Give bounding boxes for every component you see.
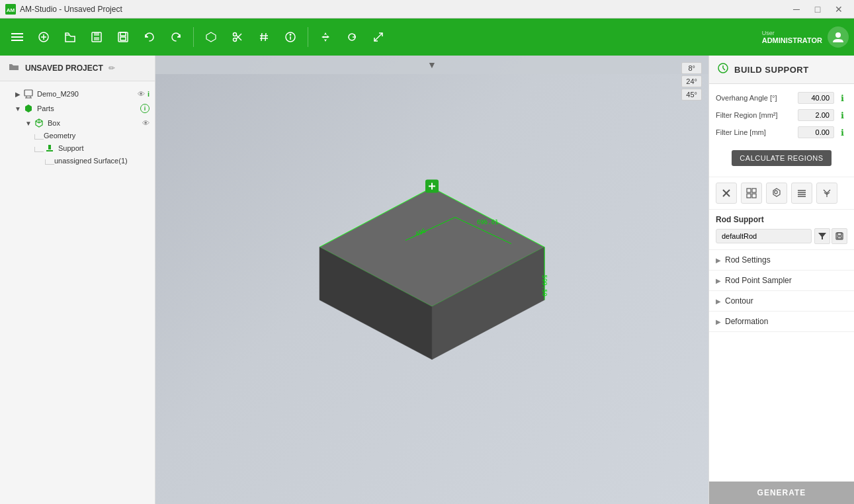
toolbar: User ADMINISTRATOR [0, 19, 854, 56]
rod-support-dropdown[interactable]: defaultRod [716, 229, 812, 243]
rod-settings-header[interactable]: ▶ Rod Settings [709, 250, 854, 270]
scissors-button[interactable] [226, 25, 249, 49]
angle-indicators: 8° 24° 45° [681, 62, 702, 101]
info-button[interactable] [278, 25, 302, 49]
tree-item-box[interactable]: ▼ Box 👁 [0, 116, 155, 130]
viewport-topbar: ▼ [155, 56, 708, 74]
svg-line-53 [723, 68, 725, 70]
contour-header[interactable]: ▶ Contour [709, 291, 854, 311]
tree-support-button[interactable] [816, 183, 837, 204]
new-button[interactable] [32, 25, 56, 49]
redo-button[interactable] [164, 25, 188, 49]
app-title: AM-Studio - Unsaved Project [20, 5, 122, 14]
build-support-icon [717, 62, 729, 77]
tree-expand-parts[interactable]: ▼ [13, 104, 22, 113]
svg-rect-12 [120, 32, 126, 36]
tree-item-unassigned[interactable]: unassigned Surface(1) [0, 155, 155, 166]
tree-expand-box[interactable]: ▼ [24, 118, 33, 128]
hex-support-button[interactable] [766, 183, 787, 204]
svg-text:AM: AM [7, 7, 15, 13]
box-label: Box [48, 119, 60, 127]
geometry-label: Geometry [44, 132, 75, 140]
user-info: User ADMINISTRATOR [762, 26, 849, 48]
hashtag-button[interactable] [252, 25, 276, 49]
svg-rect-56 [747, 189, 751, 192]
line-support-button[interactable] [791, 183, 812, 204]
svg-rect-13 [120, 37, 126, 40]
maximize-button[interactable]: □ [808, 3, 828, 16]
move-button[interactable] [314, 25, 337, 49]
scale-button[interactable] [366, 25, 390, 49]
filter-line-input[interactable] [798, 126, 834, 138]
3d-button[interactable] [199, 25, 223, 49]
tree-expand-demo[interactable]: ▶ [13, 89, 22, 99]
svg-rect-74 [837, 237, 841, 239]
minimize-button[interactable]: ─ [787, 3, 806, 16]
close-button[interactable]: ✕ [829, 3, 849, 16]
user-name: ADMINISTRATOR [762, 36, 822, 44]
info-icon-parts[interactable]: i [140, 104, 149, 113]
save-button[interactable] [85, 25, 108, 49]
viewport-arrow[interactable]: ▼ [427, 60, 437, 70]
svg-line-67 [824, 190, 827, 193]
parts-label: Parts [37, 105, 54, 112]
3d-model: 496 696.61 599.50 [300, 175, 564, 366]
rod-point-sampler-section: ▶ Rod Point Sampler [709, 271, 854, 291]
rod-settings-section: ▶ Rod Settings [709, 250, 854, 271]
svg-rect-4 [11, 40, 23, 41]
menu-button[interactable] [5, 25, 29, 49]
svg-marker-71 [818, 233, 826, 239]
monitor-icon [22, 88, 34, 100]
right-panel-spacer [709, 332, 854, 482]
eye-icon-demo[interactable]: 👁 [138, 90, 145, 98]
main-layout: UNSAVED PROJECT ✏ ▶ Demo_M290 👁 i [0, 56, 854, 504]
eye-icon-box[interactable]: 👁 [142, 119, 149, 127]
rod-point-sampler-header[interactable]: ▶ Rod Point Sampler [709, 271, 854, 290]
save-profile-button[interactable] [832, 228, 847, 244]
grid-support-button[interactable] [741, 183, 762, 204]
angle-45-button[interactable]: 45° [681, 89, 702, 101]
svg-marker-14 [206, 32, 216, 42]
svg-line-20 [265, 33, 266, 41]
filter-region-input[interactable] [798, 109, 834, 121]
panel-header: BUILD SUPPORT [709, 56, 854, 84]
viewport[interactable]: ▼ 496 696.61 [155, 56, 708, 504]
save-as-button[interactable] [111, 25, 135, 49]
svg-rect-58 [747, 194, 751, 198]
rotate-button[interactable] [340, 25, 364, 49]
undo-button[interactable] [138, 25, 161, 49]
tree-item-geometry[interactable]: Geometry [0, 130, 155, 141]
svg-rect-73 [837, 233, 841, 235]
svg-marker-61 [775, 190, 777, 194]
tree-item-parts[interactable]: ▼ Parts i [0, 101, 155, 116]
overhang-info-icon[interactable]: ℹ [837, 93, 847, 103]
filter-button[interactable] [814, 228, 830, 244]
filter-line-info-icon[interactable]: ℹ [837, 128, 847, 138]
panel-title: BUILD SUPPORT [734, 65, 809, 75]
svg-line-36 [39, 121, 42, 123]
svg-line-19 [261, 33, 262, 41]
filter-region-row: Filter Region [mm²] ℹ [716, 106, 847, 124]
contour-arrow: ▶ [716, 298, 721, 305]
edit-icon[interactable]: ✏ [108, 63, 115, 73]
svg-point-25 [290, 34, 290, 35]
angle-24-button[interactable]: 24° [681, 75, 702, 87]
angle-8-button[interactable]: 8° [681, 62, 702, 74]
svg-rect-10 [94, 37, 99, 40]
contour-section: ▶ Contour [709, 291, 854, 312]
info-icon-demo[interactable]: i [148, 90, 149, 98]
overhang-input[interactable] [798, 92, 834, 104]
filter-line-row: Filter Line [mm] ℹ [716, 124, 847, 141]
tree-item-support[interactable]: Support [0, 141, 155, 155]
remove-support-button[interactable] [716, 183, 737, 204]
filter-region-info-icon[interactable]: ℹ [837, 110, 847, 120]
overhang-angle-row: Overhang Angle [°] ℹ [716, 89, 847, 106]
title-bar-left: AM AM-Studio - Unsaved Project [5, 4, 122, 15]
calculate-regions-button[interactable]: CALCULATE REGIONS [732, 150, 831, 166]
tree-item-demo[interactable]: ▶ Demo_M290 👁 i [0, 87, 155, 101]
file-tree: ▶ Demo_M290 👁 i ▼ Parts i [0, 81, 155, 504]
generate-button[interactable]: GENERATE [709, 482, 854, 504]
open-button[interactable] [58, 25, 82, 49]
user-avatar[interactable] [828, 26, 849, 48]
deformation-header[interactable]: ▶ Deformation [709, 312, 854, 331]
